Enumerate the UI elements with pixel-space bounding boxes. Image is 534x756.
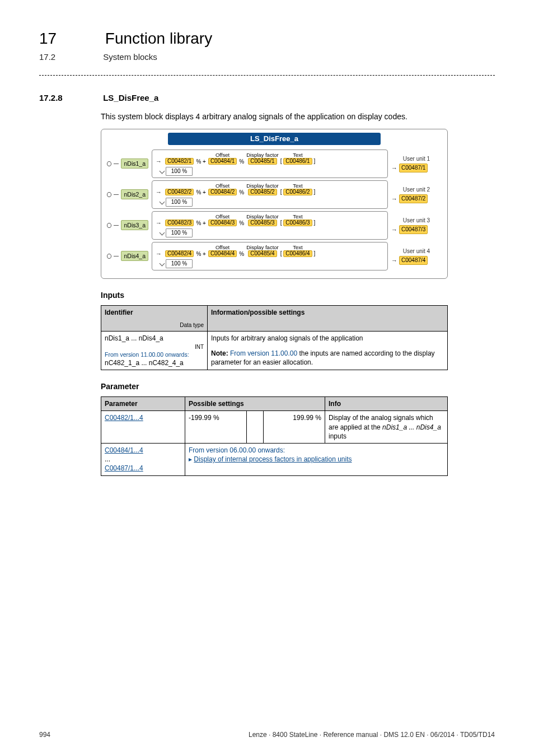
page-header-line2: 17.2 System blocks: [39, 52, 495, 63]
diagram-title: LS_DisFree_a: [168, 133, 381, 145]
param-c485: C00485/2: [248, 189, 277, 195]
inputs-heading: Inputs: [101, 290, 495, 301]
params-heading: Parameter: [101, 381, 495, 392]
inputs-table: Identifier Information/possible settings…: [101, 305, 448, 371]
tick-icon: [160, 199, 165, 205]
display-factor-label: Display factor: [246, 152, 279, 158]
col-datatype: Data type: [101, 319, 208, 332]
col-parameter: Parameter: [101, 397, 185, 411]
arrow-icon: →: [156, 220, 162, 226]
process-box: → C00482/4 % + Offset C00484/4 % Display…: [152, 242, 388, 270]
page-header-line1: 17 Function library: [39, 28, 495, 49]
param-c486: C00486/4: [283, 250, 312, 257]
header-section-title: System blocks: [103, 52, 157, 62]
arrow-icon: →: [156, 189, 162, 195]
offset-label: Offset: [216, 152, 229, 158]
param-link[interactable]: C00484/1...4: [105, 446, 143, 454]
info-note: Note: From version 11.00.00 the inputs a…: [211, 349, 444, 367]
input-label: nDis1_a: [121, 158, 148, 169]
process-box: → C00482/3 % + Offset C00484/3 % Display…: [152, 211, 388, 240]
param-c484: C00484/3: [208, 220, 237, 226]
user-unit: User unit 2 → C00487/2: [391, 180, 442, 209]
section-heading: 17.2.8 LS_DisFree_a: [39, 92, 495, 104]
param-c484: C00484/2: [208, 189, 237, 195]
param-cell-group: C00484/1...4 ... C00487/1...4: [101, 444, 185, 476]
info-italic: nDis1_a ... nDis4_a: [382, 423, 441, 431]
diagram-row: nDis3_a → C00482/3 % + Offset C00484/3 %…: [107, 211, 442, 240]
identifier-line2: nC482_1_a ... nC482_4_a: [105, 358, 204, 367]
text-label: Text: [293, 183, 302, 189]
param-c487: C00487/1: [399, 164, 428, 172]
param-link[interactable]: C00482/1...4: [105, 414, 143, 422]
arrow-icon: →: [391, 226, 397, 234]
bracket-close: ]: [313, 158, 315, 164]
process-box: → C00482/2 % + Offset C00484/2 % Display…: [152, 180, 388, 209]
hundred-box: 100 %: [166, 198, 193, 207]
info-cell: Inputs for arbitrary analog signals of t…: [208, 332, 448, 370]
chapter-title: Function library: [105, 30, 212, 47]
port-circle-icon: [107, 161, 111, 166]
user-unit-label: User unit 1: [391, 155, 442, 163]
bracket-open: [: [280, 158, 282, 164]
bracket-close: ]: [313, 189, 315, 195]
section-number: 17.2.8: [39, 92, 101, 104]
arrow-icon: →: [391, 164, 397, 172]
col-info: Info: [325, 397, 448, 411]
arrow-icon: →: [391, 256, 397, 265]
text-label: Text: [293, 214, 302, 220]
param-cell: C00482/1...4: [101, 411, 185, 444]
pct: %: [239, 221, 244, 226]
user-unit-label: User unit 3: [391, 217, 442, 225]
bracket-close: ]: [313, 220, 315, 226]
note-version: From version 11.00.00: [230, 349, 297, 357]
param-c485: C00485/3: [248, 220, 277, 226]
pct: %: [239, 251, 244, 257]
param-c485: C00485/4: [248, 250, 277, 257]
hundred-box: 100 %: [166, 259, 193, 268]
port-line-icon: [114, 164, 119, 164]
text-label: Text: [293, 152, 302, 158]
param-c487: C00487/3: [399, 225, 428, 234]
user-unit: User unit 3 → C00487/3: [391, 211, 442, 240]
param-c482: C00482/3: [165, 220, 194, 226]
offset-label: Offset: [216, 214, 229, 220]
port-line-icon: [114, 225, 119, 226]
param-link[interactable]: C00487/1...4: [105, 464, 143, 472]
setting-spacer: [247, 411, 264, 444]
process-box: → C00482/1 % + Offset C00484/1 % Display…: [152, 150, 388, 178]
info-text-2: inputs: [329, 432, 346, 440]
cross-ref-link[interactable]: Display of internal process factors in a…: [194, 455, 352, 463]
arrow-icon: →: [156, 158, 162, 165]
input-port: nDis1_a: [107, 150, 148, 178]
pct-plus: % +: [196, 221, 206, 226]
input-port: nDis4_a: [107, 242, 148, 270]
bracket-open: [: [280, 220, 282, 226]
display-factor-label: Display factor: [246, 245, 279, 250]
param-c486: C00486/2: [283, 189, 312, 195]
user-unit: User unit 1 → C00487/1: [391, 150, 442, 178]
chapter-number: 17: [39, 28, 101, 49]
section-name: LS_DisFree_a: [103, 93, 158, 102]
display-factor-label: Display factor: [246, 183, 279, 189]
bracket-close: ]: [313, 250, 315, 256]
input-port: nDis2_a: [107, 180, 148, 209]
identifier-type: INT: [105, 343, 204, 351]
diagram-row: nDis2_a → C00482/2 % + Offset C00484/2 %…: [107, 180, 442, 209]
col-identifier: Identifier: [101, 305, 208, 319]
version-note: From version 06.00.00 onwards:: [189, 446, 444, 455]
param-c482: C00482/4: [165, 250, 194, 257]
pct-plus: % +: [196, 159, 206, 165]
user-unit-label: User unit 2: [391, 186, 442, 194]
parameter-table: Parameter Possible settings Info C00482/…: [101, 396, 448, 475]
port-circle-icon: [107, 223, 111, 228]
offset-label: Offset: [216, 245, 229, 250]
port-line-icon: [114, 256, 119, 256]
col-possible-settings: Possible settings: [185, 397, 325, 411]
pct: %: [239, 159, 244, 165]
arrow-icon: →: [156, 251, 162, 257]
pct-plus: % +: [196, 190, 206, 195]
identifier-version-note: From version 11.00.00 onwards:: [105, 351, 204, 358]
display-factor-label: Display factor: [246, 214, 279, 220]
input-label: nDis3_a: [121, 220, 148, 230]
diagram-row: nDis1_a → C00482/1 % + Offset C00484/1 %…: [107, 150, 442, 178]
